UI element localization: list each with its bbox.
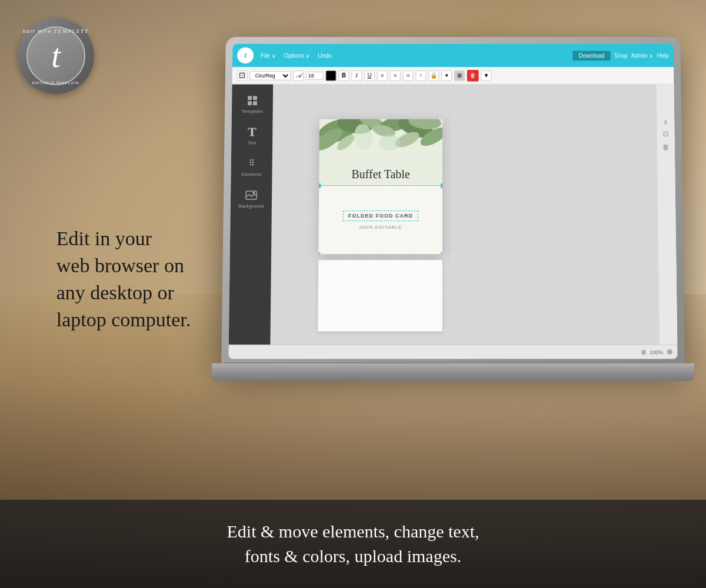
badge-inner: t [26,26,85,85]
align-right-icon[interactable]: ≡ [403,70,414,81]
download-button[interactable]: Download [573,51,611,61]
bring-forward-icon[interactable]: ↑ [415,70,426,81]
font-size-input[interactable] [306,71,324,79]
page-number: 2 [664,119,667,125]
toolbar: ⊡ CinzReg 𝒜 B I U ≡ ≡ ≡ ↑ 🔒 ✦ ⊞ [232,67,674,85]
bottom-banner-text: Edit & move elements, change text, fonts… [227,519,479,569]
svg-rect-3 [253,101,257,105]
nav-menu: File ∨ Options ∨ Undo [261,52,332,59]
badge-top-text: EDIT WITH templett [23,28,89,34]
food-card-bottom: FOLDED FOOD CARD 100% EDITABLE [318,186,442,254]
editor-ui: t File ∨ Options ∨ Undo Download Shop Ad… [228,44,677,359]
svg-rect-1 [253,96,257,100]
panel-icon-1[interactable]: ⊡ [663,130,669,139]
templett-badge: t EDIT WITH templett EDITABLE TEMPLATE [18,18,94,94]
zoom-fit-icon[interactable]: ⊞ [641,349,646,355]
panel-icon-2[interactable]: 🗑 [662,143,670,152]
duplicate-icon[interactable]: ⊞ [454,70,465,81]
badge-t-letter: t [51,39,61,72]
laptop-container: t File ∨ Options ∨ Undo Download Shop Ad… [224,35,706,447]
shop-button[interactable]: Shop [614,52,628,59]
zoom-percent: 100% [650,349,663,355]
align-center-icon[interactable]: ≡ [390,70,401,81]
bold-button[interactable]: B [338,70,349,81]
color-swatch[interactable] [326,70,337,81]
font-style-icon[interactable]: 𝒜 [293,70,304,81]
heading-line2: web browser on [56,255,184,276]
file-menu[interactable]: File ∨ [261,52,276,59]
zoom-bar: ⊞ 100% ⊕ [228,345,677,359]
canvas-area: Buffet Table FOLDED FOOD CARD 100% EDITA… [270,84,660,344]
svg-rect-0 [248,96,252,100]
svg-rect-2 [248,101,252,105]
templates-sidebar-icon [245,93,259,108]
right-panel: 2 ⊡ 🗑 [657,84,678,344]
card-label: FOLDED FOOD CARD [343,211,418,221]
text-label: Text [248,140,257,145]
badge-bottom-text: EDITABLE TEMPLATE [32,81,79,85]
handle-bl [318,252,320,254]
svg-point-19 [379,135,400,151]
delete-button[interactable]: 🗑 [467,69,479,81]
heading-line4: laptop computer. [56,309,191,330]
more-icon[interactable]: ▼ [481,70,492,81]
banner-line1: Edit & move elements, change text, [227,522,479,541]
admin-button[interactable]: Admin ∨ [631,52,654,59]
second-card [318,260,442,331]
options-menu[interactable]: Options ∨ [284,52,309,59]
font-selector[interactable]: CinzReg [249,71,291,80]
top-navbar: t File ∨ Options ∨ Undo Download Shop Ad… [232,44,674,67]
effects-icon[interactable]: ✦ [441,70,452,81]
heading-line3: any desktop or [56,282,174,303]
laptop-bezel: t File ∨ Options ∨ Undo Download Shop Ad… [221,37,685,366]
laptop-base [212,363,694,381]
handle-br [441,252,442,254]
align-left-icon[interactable]: ≡ [377,70,388,81]
zoom-plus-icon[interactable]: ⊕ [667,348,672,356]
laptop-screen: t File ∨ Options ∨ Undo Download Shop Ad… [228,44,677,359]
main-heading: Edit in your web browser on any desktop … [56,225,191,333]
editor-main: Templates T Text ⠿ Elements [229,84,677,344]
food-card[interactable]: Buffet Table FOLDED FOOD CARD 100% EDITA… [318,119,442,254]
undo-btn[interactable]: Undo [318,52,332,59]
lock-icon[interactable]: 🔒 [428,70,439,81]
card-editable-text: 100% EDITABLE [359,225,402,230]
badge-circle: t EDIT WITH templett EDITABLE TEMPLATE [18,18,94,94]
underline-button[interactable]: U [364,70,375,81]
banner-line2: fonts & colors, upload images. [245,546,461,566]
heading-line1: Edit in your [56,228,152,249]
bottom-banner: Edit & move elements, change text, fonts… [0,500,706,588]
help-button[interactable]: Help [657,52,669,59]
food-card-top: Buffet Table [319,119,442,186]
italic-button[interactable]: I [351,70,362,81]
card-title: Buffet Table [319,166,442,182]
